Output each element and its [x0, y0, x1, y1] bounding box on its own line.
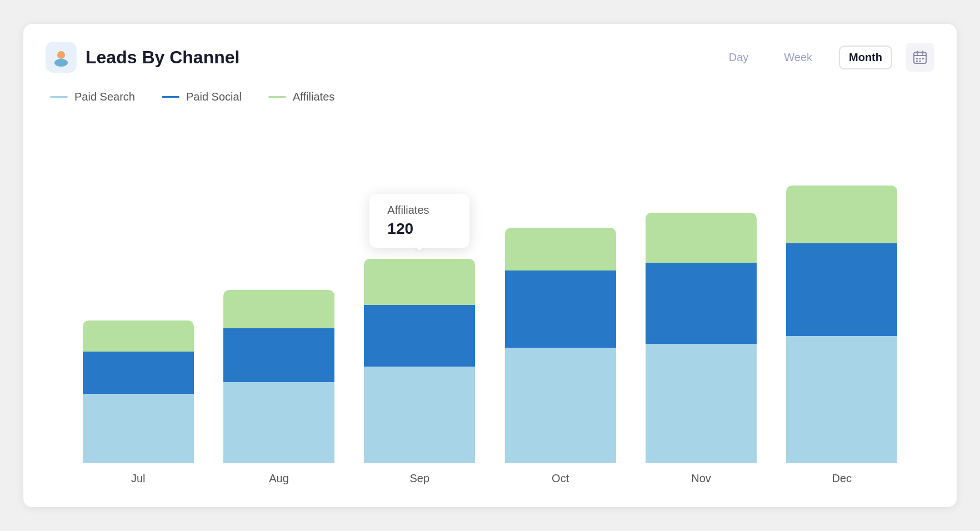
paid-search-segment [83, 394, 194, 463]
bar-group-sep: Affiliates120 [349, 259, 490, 463]
paid-search-legend-color [50, 96, 68, 98]
x-label-sep: Sep [349, 472, 490, 485]
bar-group-dec [772, 186, 912, 463]
svg-point-1 [54, 59, 68, 67]
week-filter-button[interactable]: Week [775, 47, 821, 68]
paid-social-segment [364, 305, 475, 367]
leads-icon [46, 42, 77, 73]
bar-group-oct [490, 228, 631, 463]
paid-social-segment [786, 243, 897, 336]
legend-paid-search: Paid Search [50, 91, 135, 103]
x-axis-labels: JulAugSepOctNovDec [46, 463, 934, 485]
affiliates-tooltip: Affiliates120 [369, 194, 469, 248]
paid-social-segment [223, 328, 334, 382]
paid-search-segment [786, 336, 897, 463]
header-left: Leads By Channel [46, 42, 239, 73]
bar-group-aug [208, 290, 349, 463]
legend-paid-social: Paid Social [162, 91, 242, 103]
header-right: Day Week Month [720, 43, 934, 72]
svg-rect-6 [916, 58, 918, 59]
month-filter-button[interactable]: Month [839, 46, 892, 69]
svg-rect-7 [919, 58, 921, 59]
paid-social-segment [505, 270, 616, 348]
bar-group-nov [631, 213, 771, 463]
leads-by-channel-card: Leads By Channel Day Week Month [23, 24, 957, 507]
paid-search-segment [646, 344, 757, 463]
page-title: Leads By Channel [86, 47, 239, 68]
svg-rect-8 [922, 58, 924, 59]
x-label-nov: Nov [631, 472, 771, 485]
affiliates-segment [786, 186, 897, 243]
paid-social-legend-color [162, 96, 179, 98]
calendar-button[interactable] [906, 43, 934, 72]
bars-container: Affiliates120 [46, 126, 934, 463]
tooltip-value: 120 [387, 220, 452, 238]
x-label-oct: Oct [490, 472, 631, 485]
card-header: Leads By Channel Day Week Month [46, 42, 934, 73]
stacked-bar-nov[interactable] [646, 213, 757, 463]
paid-search-segment [223, 382, 334, 463]
stacked-bar-aug[interactable] [223, 290, 334, 463]
paid-search-segment [364, 367, 475, 463]
affiliates-legend-color [268, 96, 286, 98]
stacked-bar-sep[interactable] [364, 259, 475, 463]
chart-area: Affiliates120 JulAugSepOctNovDec [46, 126, 934, 485]
affiliates-legend-label: Affiliates [293, 91, 334, 103]
paid-social-segment [83, 352, 194, 394]
x-label-dec: Dec [772, 472, 912, 485]
x-label-aug: Aug [208, 472, 349, 485]
affiliates-segment [223, 290, 334, 328]
svg-rect-10 [919, 61, 921, 62]
paid-social-legend-label: Paid Social [186, 91, 242, 103]
chart-legend: Paid Search Paid Social Affiliates [46, 91, 934, 103]
affiliates-segment [646, 213, 757, 263]
x-label-jul: Jul [68, 472, 208, 485]
affiliates-segment [364, 259, 475, 305]
paid-search-segment [505, 348, 616, 463]
time-filter-group: Day Week Month [720, 46, 892, 69]
svg-point-0 [57, 51, 65, 59]
affiliates-segment [505, 228, 616, 270]
tooltip-label: Affiliates [387, 204, 452, 217]
legend-affiliates: Affiliates [268, 91, 334, 103]
affiliates-segment [83, 320, 194, 352]
svg-rect-9 [916, 61, 918, 62]
paid-social-segment [646, 263, 757, 344]
day-filter-button[interactable]: Day [720, 47, 758, 68]
stacked-bar-jul[interactable] [83, 320, 194, 463]
bar-group-jul [68, 320, 208, 463]
stacked-bar-dec[interactable] [786, 186, 897, 463]
stacked-bar-oct[interactable] [505, 228, 616, 463]
paid-search-legend-label: Paid Search [74, 91, 135, 103]
